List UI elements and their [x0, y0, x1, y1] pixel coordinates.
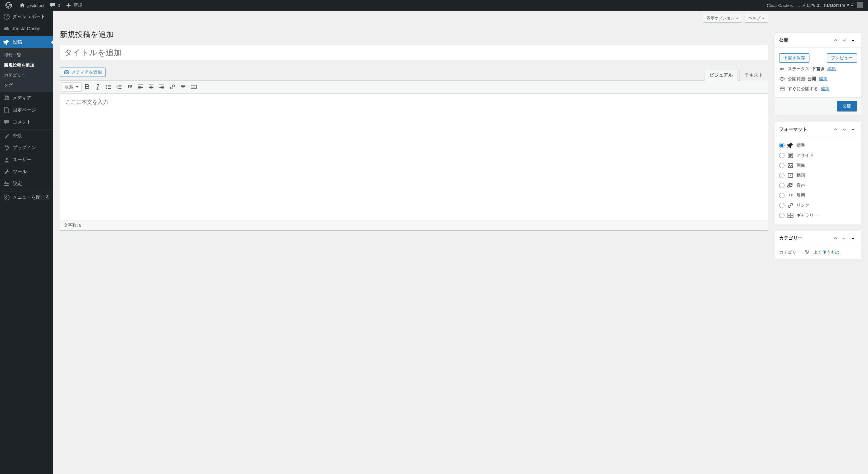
editor-status-bar: 文字数: 8	[60, 220, 768, 231]
comments-count: 0	[58, 3, 60, 8]
page-title: 新規投稿を追加	[60, 29, 768, 40]
format-title: フォーマット	[779, 126, 807, 132]
align-right-button[interactable]	[157, 82, 167, 92]
link-button[interactable]	[167, 82, 177, 92]
menu-posts[interactable]: 投稿	[0, 36, 53, 48]
preview-button[interactable]: プレビュー	[827, 53, 857, 63]
move-down-button[interactable]	[840, 234, 848, 242]
menu-tools[interactable]: ツール	[0, 166, 53, 178]
menu-pages[interactable]: 固定ページ	[0, 104, 53, 116]
clear-caches-link[interactable]: Clear Caches	[764, 0, 796, 11]
format-icon	[787, 152, 794, 159]
comments-link[interactable]: 0	[47, 0, 63, 11]
format-option-2[interactable]: 画像	[779, 160, 857, 170]
category-tab-popular[interactable]: よく使うもの	[813, 249, 839, 255]
format-radio[interactable]	[779, 193, 784, 198]
format-radio[interactable]	[779, 183, 784, 188]
menu-comments[interactable]: コメント	[0, 116, 53, 128]
format-radio[interactable]	[779, 173, 784, 178]
menu-kinsta-cache[interactable]: Kinsta Cache	[0, 23, 53, 35]
format-option-0[interactable]: 標準	[779, 140, 857, 151]
edit-status-link[interactable]: 編集	[827, 66, 836, 72]
format-icon	[787, 142, 794, 149]
format-label: ギャラリー	[797, 212, 818, 218]
category-tab-all[interactable]: カテゴリー一覧	[779, 249, 809, 255]
toolbar-toggle-button[interactable]	[189, 82, 199, 92]
move-up-button[interactable]	[832, 36, 840, 44]
wp-logo[interactable]	[3, 0, 17, 11]
edit-schedule-link[interactable]: 編集	[821, 86, 829, 92]
toggle-panel-button[interactable]	[849, 125, 857, 133]
publish-metabox: 公開 下書き保存 プレビュー ステータス: 下書き 編	[775, 33, 861, 115]
menu-plugins[interactable]: プラグイン	[0, 142, 53, 154]
format-option-4[interactable]: 音声	[779, 181, 857, 190]
toggle-panel-button[interactable]	[849, 36, 857, 44]
format-label: 標準	[797, 143, 805, 149]
format-option-1[interactable]: アサイド	[779, 151, 857, 160]
edit-visibility-link[interactable]: 編集	[819, 76, 827, 82]
submenu-categories[interactable]: カテゴリー	[0, 70, 53, 80]
format-label: 画像	[797, 162, 805, 168]
admin-toolbar: jpsitetest 0 新規 Clear Caches こんにちは、kanao…	[0, 0, 868, 11]
format-label: 音声	[797, 182, 805, 188]
editor-body[interactable]: ここに本文を入力	[60, 94, 768, 220]
submenu-all-posts[interactable]: 投稿一覧	[0, 50, 53, 60]
new-content-link[interactable]: 新規	[63, 0, 85, 11]
publish-title: 公開	[779, 37, 788, 43]
help-button[interactable]: ヘルプ	[745, 14, 768, 23]
add-media-button[interactable]: メディアを追加	[60, 68, 105, 77]
bold-button[interactable]	[82, 82, 92, 92]
editor-toolbar: 段落	[60, 80, 768, 94]
move-down-button[interactable]	[840, 36, 848, 44]
format-label: リンク	[797, 202, 809, 209]
format-icon	[787, 212, 794, 219]
publish-button[interactable]: 公開	[837, 101, 857, 112]
move-up-button[interactable]	[832, 234, 840, 242]
submenu-tags[interactable]: タグ	[0, 80, 53, 90]
format-option-5[interactable]: 引用	[779, 190, 857, 200]
format-radio[interactable]	[779, 213, 784, 218]
format-option-3[interactable]: 動画	[779, 170, 857, 181]
menu-settings[interactable]: 設定	[0, 178, 53, 190]
align-center-button[interactable]	[146, 82, 156, 92]
user-greeting[interactable]: こんにちは、kanaonishi さん	[796, 0, 865, 11]
site-name-link[interactable]: jpsitetest	[17, 0, 47, 11]
main-content: 表示オプション ヘルプ 新規投稿を追加 メディアを追加 ビジュアル テキスト 段…	[53, 11, 868, 474]
format-radio[interactable]	[779, 143, 784, 148]
calendar-icon	[779, 86, 785, 92]
toggle-panel-button[interactable]	[849, 234, 857, 242]
menu-dashboard[interactable]: ダッシュボード	[0, 11, 53, 23]
admin-sidebar: ダッシュボード Kinsta Cache 投稿 投稿一覧 新規投稿を追加 カテゴ…	[0, 11, 53, 474]
avatar-icon	[857, 2, 863, 8]
bullet-list-button[interactable]	[103, 82, 114, 92]
menu-media[interactable]: メディア	[0, 92, 53, 104]
format-radio[interactable]	[779, 163, 784, 168]
screen-options-button[interactable]: 表示オプション	[703, 14, 742, 23]
align-left-button[interactable]	[135, 82, 146, 92]
submenu-add-new[interactable]: 新規投稿を追加	[0, 60, 53, 70]
italic-button[interactable]	[93, 82, 103, 92]
format-radio[interactable]	[779, 153, 784, 158]
post-title-input[interactable]	[60, 45, 768, 60]
word-count: 8	[79, 223, 81, 228]
tab-text[interactable]: テキスト	[740, 70, 768, 81]
move-up-button[interactable]	[832, 125, 840, 133]
format-icon	[787, 162, 794, 169]
format-option-7[interactable]: ギャラリー	[779, 210, 857, 220]
save-draft-button[interactable]: 下書き保存	[779, 53, 809, 63]
move-down-button[interactable]	[840, 125, 848, 133]
submenu-posts: 投稿一覧 新規投稿を追加 カテゴリー タグ	[0, 48, 53, 92]
numbered-list-button[interactable]	[114, 82, 124, 92]
format-metabox: フォーマット 標準アサイド画像動画音声引用リンクギャラリー	[775, 122, 861, 224]
format-radio[interactable]	[779, 203, 784, 208]
menu-collapse[interactable]: メニューを閉じる	[0, 191, 53, 203]
tab-visual[interactable]: ビジュアル	[705, 70, 738, 81]
category-metabox: カテゴリー カテゴリー一覧 よく使うもの	[775, 231, 861, 259]
menu-appearance[interactable]: 外観	[0, 130, 53, 142]
menu-users[interactable]: ユーザー	[0, 154, 53, 166]
format-option-6[interactable]: リンク	[779, 200, 857, 210]
chevron-down-icon	[762, 18, 765, 20]
blockquote-button[interactable]	[125, 82, 135, 92]
format-select[interactable]: 段落	[62, 82, 82, 92]
read-more-button[interactable]	[178, 82, 188, 92]
